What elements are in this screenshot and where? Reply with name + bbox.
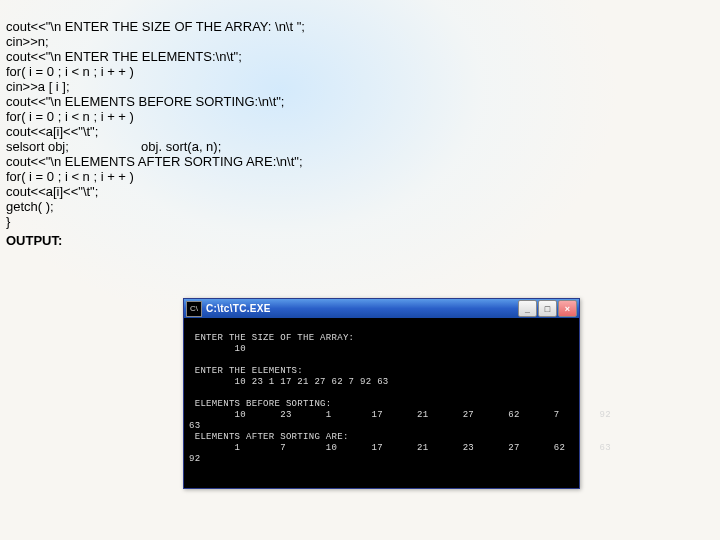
console-line: 63 (189, 421, 200, 431)
console-window: C\ C:\tc\TC.EXE _ □ × ENTER THE SIZE OF … (183, 298, 580, 489)
code-block: cout<<"\n ENTER THE SIZE OF THE ARRAY: \… (0, 0, 720, 229)
window-buttons: _ □ × (518, 300, 577, 317)
code-line: cin>>n; (6, 34, 49, 49)
console-line: 1 7 10 17 21 23 27 62 63 (189, 443, 611, 453)
code-line: getch( ); (6, 199, 54, 214)
titlebar[interactable]: C\ C:\tc\TC.EXE _ □ × (184, 299, 579, 318)
code-line: for( i = 0 ; i < n ; i + + ) (6, 109, 134, 124)
console-line: 92 (189, 454, 200, 464)
console-line: 10 (189, 344, 246, 354)
maximize-button[interactable]: □ (538, 300, 557, 317)
code-line: for( i = 0 ; i < n ; i + + ) (6, 169, 134, 184)
code-line: cout<<a[i]<<"\t"; (6, 184, 98, 199)
console-line: ENTER THE SIZE OF THE ARRAY: (189, 333, 354, 343)
close-button[interactable]: × (558, 300, 577, 317)
console-line: ELEMENTS AFTER SORTING ARE: (189, 432, 349, 442)
code-line: cout<<"\n ELEMENTS BEFORE SORTING:\n\t"; (6, 94, 284, 109)
console-line: ELEMENTS BEFORE SORTING: (189, 399, 332, 409)
code-line: selsort obj; obj. sort(a, n); (6, 139, 221, 154)
code-line: cout<<"\n ELEMENTS AFTER SORTING ARE:\n\… (6, 154, 303, 169)
output-label: OUTPUT: (0, 229, 720, 252)
console-line: ENTER THE ELEMENTS: (189, 366, 303, 376)
code-line: cout<<"\n ENTER THE ELEMENTS:\n\t"; (6, 49, 242, 64)
titlebar-text: C:\tc\TC.EXE (206, 303, 518, 314)
minimize-button[interactable]: _ (518, 300, 537, 317)
code-line: cout<<a[i]<<"\t"; (6, 124, 98, 139)
app-icon: C\ (186, 301, 202, 317)
console-body: ENTER THE SIZE OF THE ARRAY: 10 ENTER TH… (184, 318, 579, 488)
code-line: for( i = 0 ; i < n ; i + + ) (6, 64, 134, 79)
console-line: 10 23 1 17 21 27 62 7 92 (189, 410, 611, 420)
code-line: } (6, 214, 10, 229)
code-line: cout<<"\n ENTER THE SIZE OF THE ARRAY: \… (6, 19, 305, 34)
code-line: cin>>a [ i ]; (6, 79, 70, 94)
console-line: 10 23 1 17 21 27 62 7 92 63 (189, 377, 389, 387)
